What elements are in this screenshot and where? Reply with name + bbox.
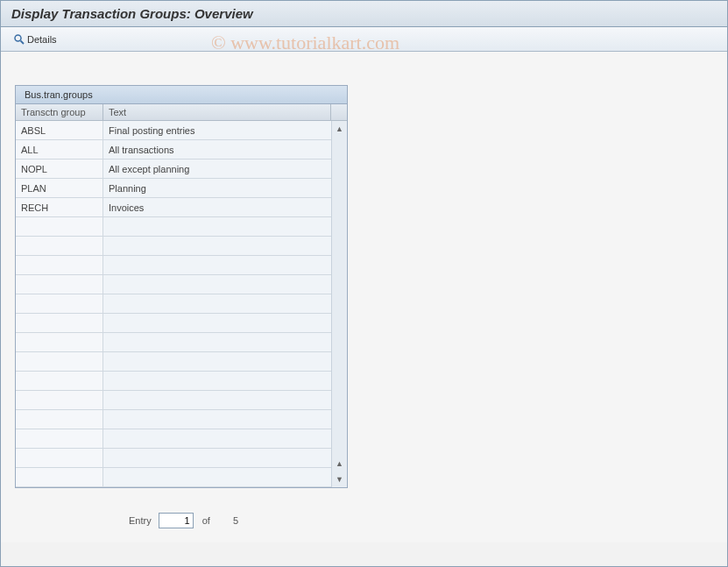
cell-group: PLAN bbox=[16, 179, 103, 197]
cell-group bbox=[16, 391, 103, 409]
cell-text: Final posting entries bbox=[103, 121, 331, 139]
page-title: Display Transaction Groups: Overview bbox=[1, 1, 727, 27]
table-row[interactable]: PLANPlanning bbox=[16, 179, 331, 198]
cell-group: NOPL bbox=[16, 159, 103, 178]
cell-group: ABSL bbox=[16, 121, 103, 139]
cell-text bbox=[103, 333, 331, 351]
content-area: Bus.tran.groups Transctn group Text ABSL… bbox=[1, 52, 727, 542]
cell-text bbox=[103, 275, 331, 294]
scroll-down-icon[interactable]: ▼ bbox=[333, 472, 347, 486]
table-row[interactable]: ALLAll transactions bbox=[16, 140, 331, 159]
entry-input[interactable] bbox=[159, 513, 194, 528]
details-button[interactable]: Details bbox=[10, 32, 60, 47]
table-row[interactable] bbox=[16, 333, 331, 352]
cell-text bbox=[103, 372, 331, 390]
cell-text bbox=[103, 294, 331, 313]
table-row[interactable] bbox=[16, 391, 331, 410]
table-row[interactable] bbox=[16, 314, 331, 333]
table-row[interactable] bbox=[16, 256, 331, 275]
cell-text bbox=[103, 410, 331, 429]
entry-label: Entry bbox=[129, 515, 152, 526]
cell-group bbox=[16, 468, 103, 486]
table-container: Bus.tran.groups Transctn group Text ABSL… bbox=[15, 85, 348, 488]
cell-group bbox=[16, 217, 103, 236]
cell-text: Invoices bbox=[103, 198, 331, 216]
table-row[interactable] bbox=[16, 372, 331, 391]
cell-text: All transactions bbox=[103, 140, 331, 159]
cell-text bbox=[103, 429, 331, 448]
table-body: ABSLFinal posting entries ALLAll transac… bbox=[16, 121, 347, 487]
cell-group: ALL bbox=[16, 140, 103, 159]
table-row[interactable] bbox=[16, 449, 331, 468]
cell-text bbox=[103, 256, 331, 274]
magnifier-icon bbox=[13, 33, 25, 46]
toolbar: Details bbox=[1, 27, 727, 52]
table-row[interactable]: ABSLFinal posting entries bbox=[16, 121, 331, 140]
table-row[interactable] bbox=[16, 410, 331, 429]
cell-text bbox=[103, 391, 331, 409]
scroll-down-icon[interactable]: ▲ bbox=[333, 457, 347, 471]
cell-text bbox=[103, 449, 331, 467]
cell-group bbox=[16, 410, 103, 429]
details-button-label: Details bbox=[27, 34, 57, 45]
scroll-header-spacer bbox=[331, 104, 347, 120]
column-header-text[interactable]: Text bbox=[103, 104, 331, 120]
entry-of-label: of bbox=[202, 515, 210, 526]
table-title: Bus.tran.groups bbox=[16, 86, 347, 104]
vertical-scrollbar[interactable]: ▲ ▲ ▼ bbox=[331, 121, 347, 487]
column-header-group[interactable]: Transctn group bbox=[16, 104, 103, 120]
cell-group bbox=[16, 372, 103, 390]
cell-group bbox=[16, 352, 103, 371]
table-row[interactable] bbox=[16, 429, 331, 449]
entry-total: 5 bbox=[233, 515, 238, 526]
table-row[interactable] bbox=[16, 468, 331, 487]
rows-wrapper: ABSLFinal posting entries ALLAll transac… bbox=[16, 121, 331, 487]
cell-text bbox=[103, 237, 331, 255]
table-row[interactable] bbox=[16, 275, 331, 294]
cell-group: RECH bbox=[16, 198, 103, 216]
table-row[interactable] bbox=[16, 237, 331, 256]
table-row[interactable] bbox=[16, 352, 331, 372]
cell-group bbox=[16, 275, 103, 294]
svg-line-1 bbox=[21, 40, 25, 44]
table-row[interactable] bbox=[16, 217, 331, 237]
cell-text: All except planning bbox=[103, 159, 331, 178]
cell-text: Planning bbox=[103, 179, 331, 197]
cell-text bbox=[103, 352, 331, 371]
table-row[interactable] bbox=[16, 294, 331, 314]
table-header-row: Transctn group Text bbox=[16, 104, 347, 121]
entry-footer: Entry of 5 bbox=[15, 513, 713, 528]
cell-group bbox=[16, 314, 103, 332]
cell-text bbox=[103, 314, 331, 332]
cell-group bbox=[16, 256, 103, 274]
cell-group bbox=[16, 429, 103, 448]
svg-point-0 bbox=[15, 35, 21, 41]
cell-group bbox=[16, 294, 103, 313]
cell-text bbox=[103, 217, 331, 236]
cell-group bbox=[16, 333, 103, 351]
scroll-up-icon[interactable]: ▲ bbox=[333, 122, 347, 136]
cell-text bbox=[103, 468, 331, 486]
cell-group bbox=[16, 449, 103, 467]
cell-group bbox=[16, 237, 103, 255]
table-row[interactable]: RECHInvoices bbox=[16, 198, 331, 217]
table-row[interactable]: NOPLAll except planning bbox=[16, 159, 331, 179]
